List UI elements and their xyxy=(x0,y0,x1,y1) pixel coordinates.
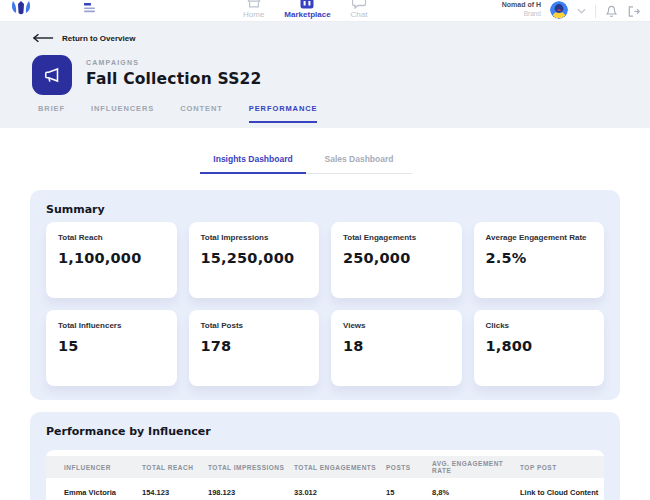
col-influencer: Influencer xyxy=(64,464,142,471)
tab-content[interactable]: CONTENT xyxy=(180,104,223,123)
tab-brief[interactable]: BRIEF xyxy=(38,104,65,123)
arrow-left-icon xyxy=(32,33,54,43)
table-row[interactable]: Emma Victoria 154.123 198.123 33.012 15 … xyxy=(46,478,604,500)
divider xyxy=(595,5,596,18)
campaign-title: Fall Collection SS22 xyxy=(86,70,262,88)
stat-card-total-reach: Total Reach 1,100,000 xyxy=(46,222,177,298)
return-to-overview-label: Return to Overview xyxy=(62,34,135,43)
nav-label: Chat xyxy=(351,10,368,19)
col-total-reach: Total Reach xyxy=(142,464,208,471)
col-total-impressions: Total Impressions xyxy=(208,464,294,471)
home-icon xyxy=(247,0,261,9)
cell-total-reach: 154.123 xyxy=(142,488,208,497)
subtab-insights-dashboard[interactable]: Insights Dashboard xyxy=(200,146,306,174)
stat-value: 1,800 xyxy=(486,338,593,354)
cell-top-post-link[interactable]: Link to Cloud Content xyxy=(520,488,604,497)
stat-card-total-engagements: Total Engagements 250,000 xyxy=(331,222,462,298)
cell-avg-engagement-rate: 8,8% xyxy=(432,488,520,497)
brand-logo-icon[interactable] xyxy=(8,0,34,20)
stat-card-avg-engagement-rate: Average Engagement Rate 2.5% xyxy=(474,222,605,298)
cell-total-engagements: 33.012 xyxy=(294,488,386,497)
main-nav: Home Marketplace xyxy=(243,0,368,19)
notifications-bell-icon[interactable] xyxy=(605,5,618,18)
stat-card-total-posts: Total Posts 178 xyxy=(189,310,320,386)
stat-label: Total Impressions xyxy=(201,233,308,242)
influencer-table: Influencer Total Reach Total Impressions… xyxy=(46,450,604,500)
stat-label: Views xyxy=(343,321,450,330)
stat-label: Total Influencers xyxy=(58,321,165,330)
avatar[interactable] xyxy=(550,1,568,19)
stat-value: 18 xyxy=(343,338,450,354)
stat-card-total-influencers: Total Influencers 15 xyxy=(46,310,177,386)
nav-item-marketplace[interactable]: Marketplace xyxy=(284,0,330,19)
col-avg-engagement-rate: Avg. Engagement Rate xyxy=(432,460,520,474)
subtab-sales-dashboard[interactable]: Sales Dashboard xyxy=(306,146,412,174)
stat-card-clicks: Clicks 1,800 xyxy=(474,310,605,386)
menu-icon[interactable] xyxy=(84,2,96,14)
top-navigation-bar: Home Marketplace xyxy=(0,0,650,22)
nav-item-home[interactable]: Home xyxy=(243,0,264,19)
stat-label: Total Posts xyxy=(201,321,308,330)
campaign-tabs: BRIEF INFLUENCERS CONTENT PERFORMANCE xyxy=(38,104,317,123)
chat-icon xyxy=(352,0,366,9)
col-top-post: Top Post xyxy=(520,464,604,471)
stat-label: Clicks xyxy=(486,321,593,330)
chevron-down-icon[interactable] xyxy=(577,8,586,14)
user-name: Nomad of H xyxy=(502,1,541,10)
stat-label: Total Engagements xyxy=(343,233,450,242)
user-zone: Nomad of H Brand xyxy=(502,0,640,22)
stat-value: 250,000 xyxy=(343,250,450,266)
cell-total-impressions: 198.123 xyxy=(208,488,294,497)
stat-value: 1,100,000 xyxy=(58,250,165,266)
return-to-overview-link[interactable]: Return to Overview xyxy=(32,33,135,43)
stat-value: 2.5% xyxy=(486,250,593,266)
user-info: Nomad of H Brand xyxy=(502,1,541,18)
performance-panel: Performance by Influencer Influencer Tot… xyxy=(30,412,620,500)
campaign-eyebrow: CAMPAIGNS xyxy=(86,59,139,66)
marketplace-icon xyxy=(300,0,314,9)
nav-item-chat[interactable]: Chat xyxy=(351,0,368,19)
dashboard-subtabs: Insights Dashboard Sales Dashboard xyxy=(200,146,412,174)
stat-value: 178 xyxy=(201,338,308,354)
summary-panel: Summary Total Reach 1,100,000 Total Impr… xyxy=(30,190,620,400)
cell-posts: 15 xyxy=(386,488,432,497)
performance-title: Performance by Influencer xyxy=(46,425,211,438)
summary-cards: Total Reach 1,100,000 Total Impressions … xyxy=(46,222,604,386)
app-window: Home Marketplace xyxy=(0,0,650,500)
stat-value: 15,250,000 xyxy=(201,250,308,266)
summary-title: Summary xyxy=(46,203,105,216)
stat-card-views: Views 18 xyxy=(331,310,462,386)
stat-label: Total Reach xyxy=(58,233,165,242)
nav-label: Marketplace xyxy=(284,10,330,19)
nav-label: Home xyxy=(243,10,264,19)
logout-icon[interactable] xyxy=(627,5,640,18)
user-role: Brand xyxy=(502,10,541,18)
stat-label: Average Engagement Rate xyxy=(486,233,593,242)
stat-value: 15 xyxy=(58,338,165,354)
tab-influencers[interactable]: INFLUENCERS xyxy=(91,104,154,123)
tab-performance[interactable]: PERFORMANCE xyxy=(249,104,318,123)
col-posts: Posts xyxy=(386,464,432,471)
col-total-engagements: Total Engagements xyxy=(294,464,386,471)
campaign-megaphone-icon xyxy=(32,55,72,95)
stat-card-total-impressions: Total Impressions 15,250,000 xyxy=(189,222,320,298)
cell-influencer: Emma Victoria xyxy=(64,488,142,497)
table-header-row: Influencer Total Reach Total Impressions… xyxy=(46,456,604,478)
